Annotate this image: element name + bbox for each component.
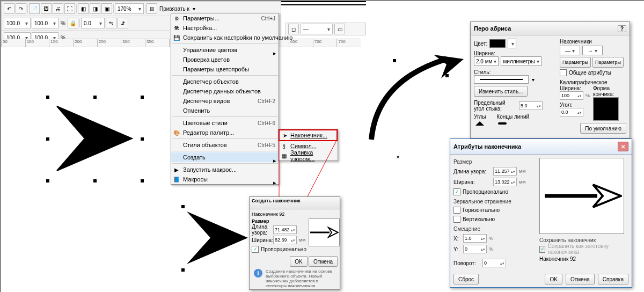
- cap-icon[interactable]: [496, 120, 508, 127]
- sel-handle[interactable]: [445, 74, 449, 77]
- x-input[interactable]: 1.0: [463, 234, 487, 243]
- height-input[interactable]: 100.0: [32, 18, 58, 28]
- tool-print[interactable]: 🖨: [53, 3, 63, 14]
- ok-button[interactable]: OK: [290, 256, 307, 267]
- tool-c2[interactable]: ◨: [90, 3, 100, 14]
- sel-handle[interactable]: [141, 179, 144, 182]
- width-input[interactable]: 100.0: [4, 18, 31, 28]
- miter-input[interactable]: 5.0: [519, 101, 543, 110]
- y-input[interactable]: 0: [463, 245, 487, 253]
- create-arrowhead-dialog: Создать наконечник Наконечник 92 Размер …: [249, 196, 340, 290]
- sel-handle[interactable]: [46, 179, 49, 182]
- menu-item[interactable]: 🛠Настройка...: [171, 23, 279, 33]
- sel-handle[interactable]: [46, 137, 49, 141]
- help-icon[interactable]: ?: [618, 25, 626, 32]
- sel-handle[interactable]: [46, 96, 49, 99]
- menu-item[interactable]: Отменить: [171, 106, 279, 115]
- width-input[interactable]: 82.69: [273, 236, 297, 244]
- tool-mirrorh[interactable]: ⇋: [106, 18, 116, 28]
- lock-ratio[interactable]: 🔒: [68, 18, 78, 28]
- rotate-input[interactable]: 0.0: [81, 18, 105, 28]
- width-units[interactable]: миллиметры: [501, 56, 541, 66]
- edit-style-button[interactable]: Изменить стиль...: [474, 86, 528, 97]
- proportional-checkbox[interactable]: ✓: [453, 188, 460, 195]
- mirror-v-label: Вертикально: [463, 216, 495, 222]
- sel-handle[interactable]: [181, 268, 185, 272]
- tool-undo[interactable]: ↶: [4, 3, 14, 14]
- tool-c1[interactable]: ◧: [78, 3, 89, 14]
- style-label: Стиль:: [474, 69, 491, 75]
- fill-mode[interactable]: ▭: [334, 24, 345, 34]
- submenu-item[interactable]: ▦Заливка узором...: [279, 151, 338, 160]
- menu-item[interactable]: Создать: [171, 152, 279, 162]
- submenu-item[interactable]: ➤Наконечник...: [279, 129, 338, 141]
- end-arrow-select[interactable]: →: [582, 46, 603, 55]
- menu-item[interactable]: 🎨Редактор палитр...: [171, 128, 279, 137]
- save-preset-checkbox: ✓: [539, 246, 545, 253]
- mirror-h-checkbox[interactable]: [453, 207, 460, 214]
- menu-item[interactable]: Цветовые стилиCtrl+F6: [171, 118, 279, 128]
- tool-import[interactable]: 📄: [29, 3, 40, 14]
- menu-item[interactable]: Диспетчер видовCtrl+F2: [171, 96, 279, 106]
- tool-redo[interactable]: ↷: [16, 3, 26, 14]
- color-swatch[interactable]: [489, 39, 506, 48]
- cancel-button[interactable]: Отмена: [309, 256, 338, 267]
- reset-button[interactable]: Сброс: [453, 274, 479, 284]
- angle-input[interactable]: 0.0: [560, 108, 583, 116]
- caps-label: Концы линий: [496, 114, 529, 120]
- shared-checkbox[interactable]: [560, 69, 567, 76]
- menu-item[interactable]: 📘Макросы: [171, 174, 279, 184]
- tool-mirrorv[interactable]: ⇵: [118, 18, 128, 28]
- width-value[interactable]: 2.0 мм: [474, 56, 499, 66]
- rotation-input[interactable]: 0: [482, 259, 506, 267]
- cancel-button[interactable]: Отмена: [566, 274, 595, 284]
- menu-item[interactable]: Диспетчер объектов: [171, 77, 279, 86]
- sel-handle[interactable]: [393, 59, 396, 62]
- snap-label[interactable]: Привязать к: [158, 6, 191, 12]
- tool-snap[interactable]: ⊞: [147, 3, 157, 14]
- tool-full[interactable]: ⛶: [64, 3, 75, 14]
- sel-handle[interactable]: [181, 205, 185, 208]
- menu-item[interactable]: Диспетчер данных объектов: [171, 86, 279, 96]
- arrowhead-name-field[interactable]: Наконечник 92: [539, 256, 628, 262]
- length-input[interactable]: 11.257: [493, 167, 517, 176]
- menu-item[interactable]: Проверка цветов: [171, 55, 279, 64]
- start-arrow-select[interactable]: —: [560, 46, 580, 55]
- menu-item[interactable]: 💾Сохранить как настройки по умолчанию: [171, 33, 279, 42]
- tool-c3[interactable]: ▣: [101, 3, 112, 14]
- length-input[interactable]: 71.482: [273, 225, 297, 234]
- start-params-button[interactable]: Параметры: [560, 57, 591, 68]
- corner-icon[interactable]: [474, 120, 486, 127]
- zoom-combo[interactable]: 170%: [115, 3, 144, 14]
- menu-item[interactable]: Параметры цветопробы: [171, 64, 279, 74]
- sel-handle[interactable]: [141, 96, 144, 99]
- sel-handle[interactable]: [93, 179, 97, 182]
- menu-item[interactable]: Стили объектовCtrl+F5: [171, 140, 279, 150]
- sel-handle[interactable]: [141, 137, 144, 141]
- proportional-label: Пропорционально: [261, 246, 306, 252]
- center-marker: ×: [219, 235, 223, 243]
- ok-button[interactable]: OK: [545, 274, 562, 284]
- menu-item[interactable]: ⚙Параметры...Ctrl+J: [171, 13, 279, 23]
- sel-handle[interactable]: [93, 96, 97, 99]
- menu-item[interactable]: Управление цветом: [171, 45, 279, 55]
- proportional-checkbox[interactable]: ✓: [252, 246, 259, 253]
- svg-rect-3: [498, 122, 507, 125]
- help-button[interactable]: Справка: [598, 274, 628, 284]
- style-preview[interactable]: [474, 75, 529, 84]
- stretch-input[interactable]: 100: [560, 91, 583, 100]
- menu-item[interactable]: ▶Запустить макрос...: [171, 165, 279, 174]
- line-weight[interactable]: —: [301, 24, 333, 34]
- miter-label: Предельный угол стыка:: [474, 100, 517, 112]
- sel-mode[interactable]: ◻: [288, 24, 299, 34]
- close-icon[interactable]: ✕: [618, 142, 628, 151]
- default-button[interactable]: По умолчанию: [580, 123, 626, 134]
- end-params-button[interactable]: Параметры: [592, 57, 624, 68]
- info-icon: i: [254, 269, 262, 278]
- mirror-v-checkbox[interactable]: [453, 216, 460, 223]
- color-dropdown[interactable]: [508, 39, 516, 48]
- center-marker: ×: [396, 154, 400, 161]
- width-input[interactable]: 13.022: [493, 178, 517, 186]
- canvas-arrow-2[interactable]: [178, 203, 259, 273]
- tool-export[interactable]: 🖼: [41, 3, 52, 14]
